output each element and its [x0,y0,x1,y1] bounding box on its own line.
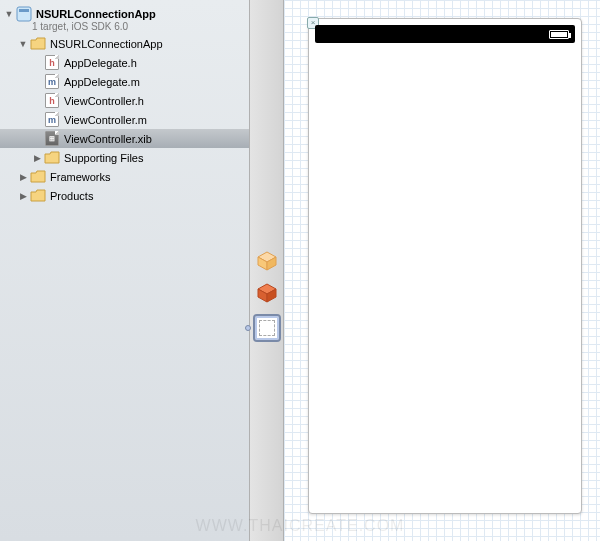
simulated-status-bar [315,25,575,43]
disclosure-triangle-icon[interactable]: ▼ [18,39,28,49]
group-app[interactable]: ▼ NSURLConnectionApp [0,34,249,53]
document-outline-bar [250,0,284,541]
folder-icon [30,188,46,204]
device-view-frame[interactable]: × [308,18,582,514]
file-label: ViewController.xib [64,133,152,145]
interface-builder-canvas[interactable]: × [284,0,600,541]
watermark-text: WWW.THAICREATE.COM [196,517,405,535]
header-file-icon: h [44,93,60,109]
file-label: ViewController.h [64,95,144,107]
file-viewcontroller-m[interactable]: m ViewController.m [0,110,249,129]
disclosure-triangle-icon[interactable]: ▶ [18,172,28,182]
file-label: AppDelegate.m [64,76,140,88]
project-subtitle: 1 target, iOS SDK 6.0 [32,21,249,32]
xcode-window: ▼ NSURLConnectionApp 1 target, iOS SDK 6… [0,0,600,541]
project-navigator: ▼ NSURLConnectionApp 1 target, iOS SDK 6… [0,0,250,541]
group-products[interactable]: ▶ Products [0,186,249,205]
implementation-file-icon: m [44,112,60,128]
svg-rect-1 [19,9,29,12]
project-name: NSURLConnectionApp [36,8,156,20]
disclosure-triangle-icon[interactable]: ▶ [18,191,28,201]
file-viewcontroller-h[interactable]: h ViewController.h [0,91,249,110]
file-label: ViewController.m [64,114,147,126]
disclosure-triangle-icon[interactable]: ▼ [4,9,14,19]
folder-icon [30,36,46,52]
xib-file-icon: ⊞ [44,131,60,147]
first-responder-cube-icon[interactable] [256,282,278,304]
project-icon [16,6,32,22]
group-label: Frameworks [50,171,111,183]
group-label: NSURLConnectionApp [50,38,163,50]
file-label: AppDelegate.h [64,57,137,69]
group-label: Supporting Files [64,152,144,164]
group-label: Products [50,190,93,202]
group-supporting-files[interactable]: ▶ Supporting Files [0,148,249,167]
battery-icon [549,30,569,39]
folder-icon [44,150,60,166]
implementation-file-icon: m [44,74,60,90]
file-appdelegate-h[interactable]: h AppDelegate.h [0,53,249,72]
file-appdelegate-m[interactable]: m AppDelegate.m [0,72,249,91]
disclosure-triangle-icon[interactable]: ▶ [32,153,42,163]
view-object-icon[interactable] [253,314,281,342]
placeholder-cube-icon[interactable] [256,250,278,272]
header-file-icon: h [44,55,60,71]
group-frameworks[interactable]: ▶ Frameworks [0,167,249,186]
folder-icon [30,169,46,185]
file-viewcontroller-xib[interactable]: ⊞ ViewController.xib [0,129,249,148]
